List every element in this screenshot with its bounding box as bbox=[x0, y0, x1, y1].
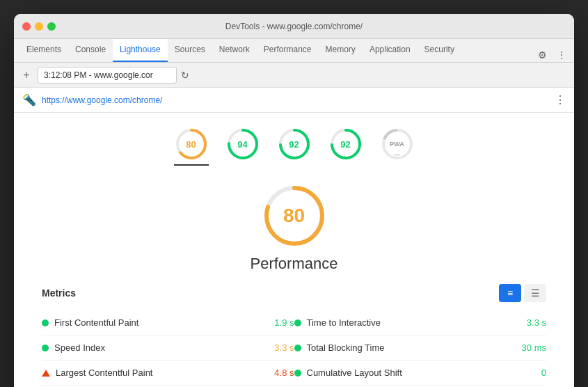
cls-name: Cumulative Layout Shift bbox=[307, 368, 530, 378]
tbt-name: Total Blocking Time bbox=[307, 342, 511, 353]
score-circle-pwa[interactable]: PWA − bbox=[380, 127, 415, 166]
url-more-icon[interactable]: ⋮ bbox=[555, 93, 566, 106]
tab-security[interactable]: Security bbox=[418, 38, 461, 62]
metrics-right-col: Time to Interactive 3.3 s Total Blocking… bbox=[294, 310, 547, 386]
toggle-list-view[interactable]: ☰ bbox=[524, 284, 546, 302]
performance-score-container: 80 Performance bbox=[42, 182, 546, 273]
score-circles: 80 94 bbox=[42, 127, 546, 166]
tbt-dot bbox=[294, 345, 301, 352]
tab-sources[interactable]: Sources bbox=[168, 38, 212, 62]
fcp-value: 1.9 s bbox=[274, 317, 294, 328]
lcp-name: Largest Contentful Paint bbox=[56, 368, 263, 378]
si-dot bbox=[42, 345, 49, 352]
score-value-3: 92 bbox=[340, 139, 350, 150]
tab-memory[interactable]: Memory bbox=[319, 38, 363, 62]
score-ring-1: 94 bbox=[225, 127, 260, 161]
tab-elements[interactable]: Elements bbox=[19, 38, 68, 62]
tbt-value: 30 ms bbox=[522, 342, 546, 353]
metrics-left-col: First Contentful Paint 1.9 s Speed Index… bbox=[42, 310, 294, 386]
lighthouse-brand-icon: 🔦 bbox=[22, 93, 36, 106]
score-ring-3: 92 bbox=[328, 127, 363, 161]
cls-value: 0 bbox=[541, 368, 546, 378]
address-bar: + ↻ bbox=[14, 63, 574, 88]
devtools-tabs: Elements Console Lighthouse Sources Netw… bbox=[14, 39, 574, 63]
new-tab-icon[interactable]: + bbox=[19, 68, 33, 82]
score-ring-pwa: PWA − bbox=[380, 127, 415, 161]
score-circle-2[interactable]: 92 bbox=[277, 127, 312, 166]
address-input[interactable] bbox=[38, 67, 177, 84]
score-circle-3[interactable]: 92 bbox=[328, 127, 363, 166]
score-circle-0[interactable]: 80 bbox=[174, 127, 209, 166]
score-value-1: 94 bbox=[237, 139, 247, 150]
tab-network[interactable]: Network bbox=[212, 38, 257, 62]
tab-performance[interactable]: Performance bbox=[257, 38, 319, 62]
metrics-title: Metrics bbox=[42, 287, 76, 299]
pwa-minus-icon: − bbox=[394, 149, 400, 161]
tti-dot bbox=[294, 319, 301, 326]
si-name: Speed Index bbox=[54, 342, 263, 353]
score-value-2: 92 bbox=[289, 139, 299, 150]
lighthouse-url: https://www.google.com/chrome/ bbox=[42, 95, 162, 105]
score-ring-0: 80 bbox=[174, 127, 209, 161]
performance-title: Performance bbox=[251, 255, 338, 273]
cls-dot bbox=[294, 370, 301, 377]
lcp-triangle-icon bbox=[42, 370, 50, 377]
minimize-button[interactable] bbox=[35, 22, 43, 31]
tab-lighthouse[interactable]: Lighthouse bbox=[113, 38, 168, 62]
close-button[interactable] bbox=[22, 22, 31, 31]
performance-ring: 80 bbox=[261, 182, 328, 249]
score-circle-1[interactable]: 94 bbox=[225, 127, 260, 166]
tabs-right-controls: ⚙ ⋮ bbox=[535, 48, 574, 62]
browser-window: DevTools - www.google.com/chrome/ Elemen… bbox=[14, 14, 574, 387]
metric-tti: Time to Interactive 3.3 s bbox=[294, 310, 547, 335]
fcp-dot bbox=[42, 319, 49, 326]
tab-application[interactable]: Application bbox=[363, 38, 418, 62]
window-title: DevTools - www.google.com/chrome/ bbox=[225, 22, 363, 31]
score-underline-0 bbox=[174, 164, 209, 166]
pwa-label: PWA bbox=[390, 141, 404, 148]
metric-lcp: Largest Contentful Paint 4.8 s bbox=[42, 361, 294, 386]
more-icon[interactable]: ⋮ bbox=[555, 48, 569, 62]
metrics-header: Metrics ≡ ☰ bbox=[42, 284, 546, 302]
score-value-0: 80 bbox=[186, 139, 196, 150]
metric-tbt: Total Blocking Time 30 ms bbox=[294, 335, 547, 361]
reload-icon[interactable]: ↻ bbox=[181, 70, 189, 81]
metric-cls: Cumulative Layout Shift 0 bbox=[294, 361, 547, 386]
performance-score-value: 80 bbox=[283, 205, 305, 227]
tab-console[interactable]: Console bbox=[68, 38, 113, 62]
lighthouse-content: 80 94 bbox=[14, 113, 574, 387]
tti-value: 3.3 s bbox=[527, 317, 546, 328]
fcp-name: First Contentful Paint bbox=[54, 317, 263, 328]
settings-icon[interactable]: ⚙ bbox=[535, 48, 549, 62]
metrics-grid: First Contentful Paint 1.9 s Speed Index… bbox=[42, 310, 546, 386]
score-ring-2: 92 bbox=[277, 127, 312, 161]
toggle-detail-view[interactable]: ≡ bbox=[499, 284, 521, 302]
metric-fcp: First Contentful Paint 1.9 s bbox=[42, 310, 294, 335]
lighthouse-url-bar: 🔦 https://www.google.com/chrome/ ⋮ bbox=[14, 88, 574, 113]
maximize-button[interactable] bbox=[47, 22, 56, 31]
title-bar: DevTools - www.google.com/chrome/ bbox=[14, 14, 574, 39]
traffic-lights bbox=[22, 22, 56, 31]
view-toggle: ≡ ☰ bbox=[499, 284, 546, 302]
si-value: 3.3 s bbox=[274, 342, 294, 353]
lcp-value: 4.8 s bbox=[274, 368, 294, 378]
metric-si: Speed Index 3.3 s bbox=[42, 335, 294, 361]
tti-name: Time to Interactive bbox=[307, 317, 516, 328]
